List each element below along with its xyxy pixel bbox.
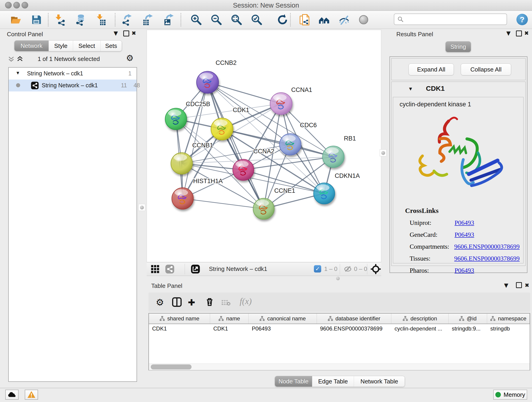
expand-all-button[interactable]: Expand All <box>409 64 454 75</box>
fit-selected-crosshair-button[interactable] <box>371 264 381 274</box>
preview-orb-button[interactable] <box>357 13 370 26</box>
warnings-button[interactable] <box>25 390 38 400</box>
close-panel-button[interactable]: ✖ <box>525 281 529 289</box>
crosslink-link[interactable]: P06493 <box>455 219 474 226</box>
table-row[interactable]: CDK1CDK1P064939606.ENSP00000378699cyclin… <box>149 324 530 333</box>
search-input[interactable] <box>394 13 507 25</box>
tab-node-table[interactable]: Node Table <box>275 376 312 387</box>
scrollbar-thumb[interactable] <box>151 364 191 370</box>
table-cell[interactable]: 9606.ENSP00000378699 <box>317 324 391 333</box>
open-in-window-button[interactable] <box>191 264 200 274</box>
node-CCNE1[interactable]: CCNE1 <box>253 187 295 219</box>
zoom-in-button[interactable] <box>189 13 203 26</box>
zoom-fit-button[interactable] <box>230 13 243 26</box>
tab-network[interactable]: Network <box>14 41 49 51</box>
help-button[interactable]: ? <box>516 14 528 25</box>
clone-network-button[interactable] <box>298 13 311 26</box>
column-header-@id[interactable]: @id <box>449 313 487 324</box>
float-panel-button[interactable] <box>123 31 129 36</box>
expand-collapse-box: Expand All Collapse All <box>391 58 526 80</box>
node-HIST1H1A[interactable]: HIST1H1A <box>172 178 223 209</box>
column-header-name[interactable]: name <box>210 313 249 324</box>
refresh-button[interactable] <box>276 13 289 26</box>
node-CDKN1A[interactable]: CDKN1A <box>314 172 360 204</box>
network-graph[interactable]: CCNB2CCNA1CDC25BCDK1CDC6RB1CCNB1CCNA2CDK… <box>147 30 381 262</box>
column-header-description[interactable]: description <box>391 313 449 324</box>
crosslinks-list: Uniprot:P06493GeneCard:P06493Compartment… <box>410 217 520 276</box>
crosslink-link[interactable]: P06493 <box>455 267 474 274</box>
table-cell[interactable]: stringdb:9... <box>449 324 487 333</box>
node-RB1[interactable]: RB1 <box>323 135 356 167</box>
birdseye-grid-button[interactable] <box>151 265 159 274</box>
tree-expand-caret[interactable]: ▼ <box>16 70 20 76</box>
tab-select[interactable]: Select <box>73 41 101 51</box>
memory-button[interactable]: Memory <box>493 390 527 400</box>
node-CCNA1[interactable]: CCNA1 <box>270 86 312 115</box>
network-options-gear-button[interactable]: ⚙ <box>126 53 133 63</box>
table-cell[interactable]: CDK1 <box>210 324 249 333</box>
table-cell[interactable]: stringdb <box>487 324 530 333</box>
table-horizontal-scrollbar[interactable] <box>149 364 530 370</box>
zoom-out-button[interactable] <box>209 13 223 26</box>
gene-expand-caret[interactable]: ▼ <box>408 86 413 92</box>
float-panel-button[interactable] <box>516 282 522 288</box>
memory-status-dot <box>495 392 501 397</box>
gene-description: cyclin-dependent kinase 1 <box>399 101 471 108</box>
collapse-panel-button[interactable]: ▼ <box>506 29 510 37</box>
crosslink-link[interactable]: P06493 <box>455 231 474 238</box>
save-session-button[interactable] <box>30 13 43 26</box>
node-CCNB2[interactable]: CCNB2 <box>196 59 237 93</box>
delete-column-button[interactable] <box>205 297 215 307</box>
hide-panels-button[interactable] <box>337 13 351 26</box>
bottom-splitter-grip[interactable] <box>336 277 340 280</box>
network-canvas[interactable]: CCNB2CCNA1CDC25BCDK1CDC6RB1CCNB1CCNA2CDK… <box>147 30 381 262</box>
import-network-icon <box>54 14 66 26</box>
edge-HIST1H1A-CCNE1[interactable] <box>183 198 264 209</box>
import-network-file-button[interactable] <box>53 13 66 26</box>
crosslink-link[interactable]: 9606.ENSP00000378699 <box>454 243 520 250</box>
crosslink-label: Uniprot: <box>410 219 455 226</box>
toolbar-separator <box>367 264 367 274</box>
table-cell[interactable]: cyclin-dependent ... <box>391 324 449 333</box>
column-header-database-identifier[interactable]: database identifier <box>317 313 391 324</box>
tab-sets[interactable]: Sets <box>101 41 122 51</box>
table-cell[interactable]: P06493 <box>249 324 317 333</box>
table-settings-gear-button[interactable]: ⚙ <box>156 297 164 307</box>
export-table-button[interactable] <box>141 13 154 26</box>
collapse-panel-button[interactable]: ▼ <box>114 29 118 37</box>
hidden-count: 0 – 0 <box>354 265 367 273</box>
open-session-button[interactable] <box>9 13 22 26</box>
show-all-panels-button[interactable] <box>317 13 331 26</box>
column-header-shared-name[interactable]: shared name <box>149 313 210 324</box>
import-network-database-button[interactable] <box>74 13 87 26</box>
right-splitter-grip[interactable] <box>380 149 386 156</box>
export-image-button[interactable] <box>162 13 175 26</box>
show-columns-button[interactable] <box>172 297 182 307</box>
cloud-status-button[interactable] <box>5 390 19 400</box>
network-row-selected[interactable]: String Network – cdk1 11 48 <box>9 80 137 91</box>
close-panel-button[interactable]: ✖ <box>132 29 136 37</box>
tab-style[interactable]: Style <box>49 41 73 51</box>
tab-string[interactable]: String <box>446 41 471 52</box>
left-splitter-grip[interactable] <box>138 204 145 211</box>
table-cell[interactable]: CDK1 <box>149 324 210 333</box>
hidden-eye-slash-icon <box>344 265 352 273</box>
column-header-namespace[interactable]: namespace <box>487 313 530 324</box>
tab-network-table[interactable]: Network Table <box>354 376 405 387</box>
import-table-button[interactable] <box>94 13 107 26</box>
network-collection-row[interactable]: ▼ String Network – cdk1 1 <box>9 68 137 80</box>
float-panel-button[interactable] <box>516 31 522 36</box>
collapse-all-button[interactable]: Collapse All <box>461 64 511 75</box>
close-panel-button[interactable]: ✖ <box>524 29 529 37</box>
edge-CCNB2-CCNE1[interactable] <box>208 82 264 209</box>
export-network-button[interactable] <box>120 13 134 26</box>
selected-checkbox[interactable]: ✓ <box>314 265 321 273</box>
create-column-button[interactable]: ✚ <box>188 298 195 307</box>
string-view-badge[interactable] <box>165 264 175 274</box>
crosslink-link[interactable]: 9606.ENSP00000378699 <box>454 255 520 262</box>
tab-edge-table[interactable]: Edge Table <box>312 376 354 387</box>
zoom-selected-button[interactable] <box>250 13 263 26</box>
collapse-panel-button[interactable]: ▼ <box>504 281 508 289</box>
node-table[interactable]: shared namenamecanonical namedatabase id… <box>148 313 530 370</box>
column-header-canonical-name[interactable]: canonical name <box>249 313 317 324</box>
